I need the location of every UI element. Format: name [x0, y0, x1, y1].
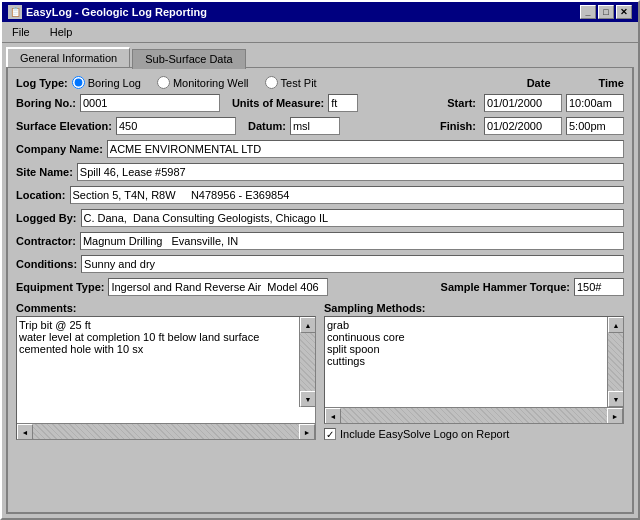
hammer-input[interactable] [574, 278, 624, 296]
sampling-scroll-right-btn[interactable]: ► [607, 408, 623, 424]
tab-general-information[interactable]: General Information [6, 47, 130, 67]
content-panel: Log Type: Boring Log Monitoring Well Tes… [6, 67, 634, 514]
datum-label: Datum: [248, 120, 286, 132]
scroll-left-btn[interactable]: ◄ [17, 424, 33, 440]
conditions-row: Conditions: [16, 255, 624, 273]
minimize-button[interactable]: _ [580, 5, 596, 19]
surface-elev-label: Surface Elevation: [16, 120, 112, 132]
comments-scrollbar-h[interactable]: ◄ ► [17, 423, 315, 439]
sampling-scrollbar-h[interactable]: ◄ ► [325, 407, 623, 423]
radio-test-pit-label: Test Pit [281, 77, 317, 89]
radio-boring-log-label: Boring Log [88, 77, 141, 89]
date-col-label: Date [527, 77, 551, 89]
time-col-label: Time [599, 77, 624, 89]
site-row: Site Name: [16, 163, 624, 181]
conditions-input[interactable] [81, 255, 624, 273]
log-type-row: Log Type: Boring Log Monitoring Well Tes… [16, 76, 624, 89]
app-icon: 📋 [8, 5, 22, 19]
contractor-input[interactable] [80, 232, 624, 250]
location-input[interactable] [70, 186, 625, 204]
menu-help[interactable]: Help [44, 24, 79, 40]
radio-monitoring-well[interactable]: Monitoring Well [157, 76, 249, 89]
start-label: Start: [447, 97, 476, 109]
include-logo-checkbox[interactable]: ✓ [324, 428, 336, 440]
comments-label: Comments: [16, 302, 316, 314]
main-window: 📋 EasyLog - Geologic Log Reporting _ □ ✕… [0, 0, 640, 520]
logged-by-input[interactable] [81, 209, 625, 227]
hammer-label: Sample Hammer Torque: [441, 281, 570, 293]
datum-input[interactable] [290, 117, 340, 135]
surface-elev-input[interactable] [116, 117, 236, 135]
scroll-up-btn[interactable]: ▲ [300, 317, 316, 333]
comments-col: Comments: ▲ ▼ ◄ ► [16, 302, 316, 440]
menu-bar: File Help [2, 22, 638, 43]
contractor-label: Contractor: [16, 235, 76, 247]
sampling-scroll-down-btn[interactable]: ▼ [608, 391, 624, 407]
logged-by-label: Logged By: [16, 212, 77, 224]
site-input[interactable] [77, 163, 624, 181]
boring-no-input[interactable] [80, 94, 220, 112]
log-type-radio-group: Boring Log Monitoring Well Test Pit [72, 76, 317, 89]
units-input[interactable] [328, 94, 358, 112]
units-label: Units of Measure: [232, 97, 324, 109]
location-label: Location: [16, 189, 66, 201]
company-label: Company Name: [16, 143, 103, 155]
close-button[interactable]: ✕ [616, 5, 632, 19]
conditions-label: Conditions: [16, 258, 77, 270]
company-row: Company Name: [16, 140, 624, 158]
sampling-textarea[interactable] [325, 317, 623, 407]
bottom-section: Comments: ▲ ▼ ◄ ► [16, 302, 624, 440]
log-type-label: Log Type: [16, 77, 68, 89]
start-time-input[interactable] [566, 94, 624, 112]
title-bar: 📋 EasyLog - Geologic Log Reporting _ □ ✕ [2, 2, 638, 22]
company-input[interactable] [107, 140, 624, 158]
title-bar-left: 📋 EasyLog - Geologic Log Reporting [8, 5, 207, 19]
equipment-row: Equipment Type: Sample Hammer Torque: [16, 278, 624, 296]
radio-monitoring-well-label: Monitoring Well [173, 77, 249, 89]
tab-sub-surface-data[interactable]: Sub-Surface Data [132, 49, 245, 69]
menu-file[interactable]: File [6, 24, 36, 40]
sampling-scrollbar-v[interactable]: ▲ ▼ [607, 317, 623, 407]
sampling-scroll-left-btn[interactable]: ◄ [325, 408, 341, 424]
start-date-input[interactable] [484, 94, 562, 112]
sampling-scroll-up-btn[interactable]: ▲ [608, 317, 624, 333]
comments-scrollbar-v[interactable]: ▲ ▼ [299, 317, 315, 407]
window-title: EasyLog - Geologic Log Reporting [26, 6, 207, 18]
site-label: Site Name: [16, 166, 73, 178]
boring-no-row: Boring No.: Units of Measure: Start: [16, 94, 624, 112]
tab-bar: General Information Sub-Surface Data [2, 43, 638, 67]
sampling-scroll-track [608, 333, 623, 391]
maximize-button[interactable]: □ [598, 5, 614, 19]
sampling-label: Sampling Methods: [324, 302, 624, 314]
equipment-label: Equipment Type: [16, 281, 104, 293]
radio-test-pit[interactable]: Test Pit [265, 76, 317, 89]
finish-label: Finish: [440, 120, 476, 132]
comments-textarea[interactable] [17, 317, 315, 407]
finish-time-input[interactable] [566, 117, 624, 135]
equipment-input[interactable] [108, 278, 328, 296]
sampling-col: Sampling Methods: ▲ ▼ ◄ ► [324, 302, 624, 440]
radio-boring-log[interactable]: Boring Log [72, 76, 141, 89]
logged-by-row: Logged By: [16, 209, 624, 227]
scroll-right-btn[interactable]: ► [299, 424, 315, 440]
location-row: Location: [16, 186, 624, 204]
scroll-down-btn[interactable]: ▼ [300, 391, 316, 407]
sampling-section: ▲ ▼ ◄ ► [324, 316, 624, 424]
comments-section: ▲ ▼ ◄ ► [16, 316, 316, 440]
scroll-track [300, 333, 315, 391]
boring-no-label: Boring No.: [16, 97, 76, 109]
finish-date-input[interactable] [484, 117, 562, 135]
sampling-h-scroll-track [341, 408, 607, 423]
h-scroll-track [33, 424, 299, 439]
surface-elev-row: Surface Elevation: Datum: Finish: [16, 117, 624, 135]
include-logo-label: Include EasySolve Logo on Report [340, 428, 509, 440]
title-buttons: _ □ ✕ [580, 5, 632, 19]
checkbox-row: ✓ Include EasySolve Logo on Report [324, 428, 624, 440]
contractor-row: Contractor: [16, 232, 624, 250]
